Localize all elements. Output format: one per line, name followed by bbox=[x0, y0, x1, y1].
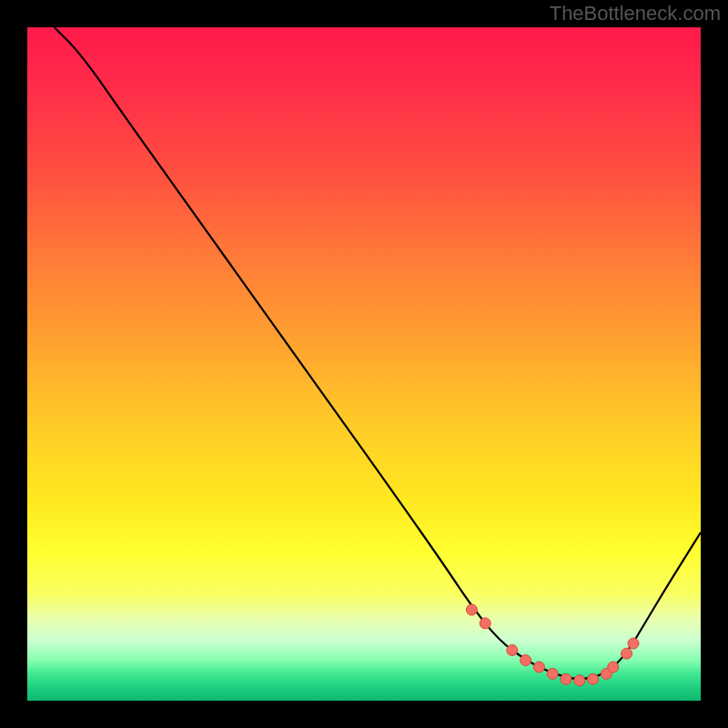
marker-dot bbox=[622, 648, 632, 659]
marker-dot bbox=[574, 675, 585, 686]
bottleneck-curve bbox=[55, 27, 701, 679]
marker-dot bbox=[507, 645, 518, 656]
marker-dot bbox=[521, 655, 531, 666]
marker-dot bbox=[608, 662, 619, 672]
watermark-text: TheBottleneck.com bbox=[550, 2, 721, 25]
marker-dot bbox=[533, 662, 544, 672]
chart-svg bbox=[27, 27, 701, 701]
plot-area bbox=[27, 27, 701, 701]
marker-dot bbox=[480, 618, 490, 629]
marker-dots bbox=[466, 604, 639, 686]
marker-dot bbox=[547, 668, 558, 679]
marker-dot bbox=[561, 673, 571, 684]
marker-dot bbox=[628, 638, 639, 649]
marker-dot bbox=[588, 673, 599, 684]
marker-dot bbox=[466, 604, 477, 615]
